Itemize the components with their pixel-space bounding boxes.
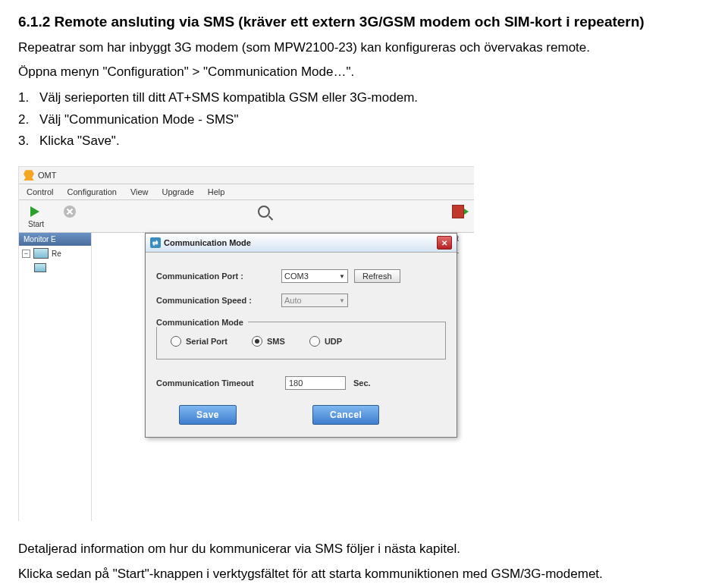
- step-2-text: Välj "Communication Mode - SMS": [39, 112, 238, 127]
- step-3-text: Klicka "Save".: [39, 133, 120, 148]
- timeout-input[interactable]: 180: [285, 376, 346, 390]
- step-3: 3.Klicka "Save".: [18, 130, 710, 152]
- menu-help[interactable]: Help: [208, 187, 225, 196]
- chevron-down-icon: ▼: [339, 297, 345, 304]
- start-button[interactable]: [27, 203, 43, 220]
- menu-upgrade[interactable]: Upgrade: [162, 187, 194, 196]
- stop-button[interactable]: [61, 203, 78, 220]
- tree-root-row[interactable]: − Re: [19, 246, 91, 261]
- radio-sms-label: SMS: [267, 337, 285, 346]
- comm-speed-label: Communication Speed :: [156, 296, 281, 305]
- timeout-unit: Sec.: [353, 378, 371, 388]
- device-icon: [33, 248, 49, 259]
- intro-para-2: Öppna menyn "Configuration" > "Communica…: [18, 62, 710, 82]
- toolbar-start-label: Start: [28, 220, 44, 228]
- menubar: Control Configuration View Upgrade Help: [19, 184, 474, 200]
- exit-button[interactable]: [450, 203, 466, 220]
- device-child-icon: [34, 263, 46, 272]
- tree-root-label: Re: [52, 250, 61, 258]
- window-title: OMT: [38, 171, 56, 180]
- radio-icon: [309, 336, 320, 347]
- refresh-button[interactable]: Refresh: [354, 269, 400, 283]
- magnifier-icon: [258, 206, 270, 218]
- comm-port-value: COM3: [284, 272, 309, 281]
- comm-port-label: Communication Port :: [156, 272, 281, 281]
- radio-icon: [252, 336, 262, 347]
- dialog-titlebar: ⇄ Communication Mode ✕: [146, 234, 457, 253]
- radio-icon: [171, 336, 181, 347]
- save-button[interactable]: Save: [179, 405, 237, 425]
- intro-para-1: Repeatrar som har inbyggt 3G modem (som …: [18, 38, 710, 58]
- tree-child-row[interactable]: [19, 261, 91, 275]
- app-window: OMT Control Configuration View Upgrade H…: [18, 166, 474, 521]
- menu-control[interactable]: Control: [27, 187, 53, 196]
- step-1: 1.Välj serieporten till ditt AT+SMS komp…: [18, 87, 710, 109]
- comm-port-select[interactable]: COM3 ▼: [281, 269, 348, 283]
- exit-icon: [452, 205, 464, 218]
- stop-icon: [64, 206, 76, 218]
- radio-udp[interactable]: UDP: [309, 336, 342, 347]
- dialog-close-button[interactable]: ✕: [437, 236, 452, 250]
- app-icon: [24, 170, 34, 181]
- footer-para-2: Klicka sedan på "Start"-knappen i verkty…: [18, 564, 710, 584]
- mode-group-label: Communication Mode: [156, 318, 248, 327]
- comm-speed-value: Auto: [284, 296, 302, 305]
- right-pane: peat 4-11 ⇄ Communication Mode ✕ Communi…: [92, 233, 474, 521]
- left-pane: Monitor E − Re: [19, 233, 92, 521]
- search-button[interactable]: [256, 203, 272, 220]
- comm-speed-select: Auto ▼: [281, 294, 348, 307]
- section-heading: 6.1.2 Remote ansluting via SMS (kräver e…: [18, 14, 710, 30]
- window-titlebar: OMT: [19, 167, 474, 184]
- dialog-icon: ⇄: [150, 237, 161, 248]
- main-area: Monitor E − Re peat 4-11 ⇄: [19, 233, 474, 521]
- play-icon: [30, 206, 39, 217]
- footer-para-1: Detaljerad information om hur du kommuni…: [18, 539, 710, 559]
- timeout-label: Communication Timeout: [156, 378, 285, 388]
- menu-configuration[interactable]: Configuration: [67, 187, 116, 196]
- cancel-button[interactable]: Cancel: [312, 405, 379, 425]
- tree-collapse-icon[interactable]: −: [22, 250, 30, 258]
- radio-serial-port[interactable]: Serial Port: [171, 336, 228, 347]
- dialog-title: Communication Mode: [164, 238, 251, 247]
- communication-mode-dialog: ⇄ Communication Mode ✕ Communication Por…: [145, 233, 457, 438]
- chevron-down-icon: ▼: [339, 273, 345, 280]
- menu-view[interactable]: View: [130, 187, 149, 196]
- toolbar: [19, 200, 474, 220]
- radio-udp-label: UDP: [325, 337, 342, 346]
- left-pane-header: Monitor E: [19, 233, 91, 246]
- radio-sms[interactable]: SMS: [252, 336, 285, 347]
- radio-serial-port-label: Serial Port: [186, 337, 228, 346]
- step-2: 2.Välj "Communication Mode - SMS": [18, 109, 710, 131]
- step-1-text: Välj serieporten till ditt AT+SMS kompat…: [39, 90, 418, 105]
